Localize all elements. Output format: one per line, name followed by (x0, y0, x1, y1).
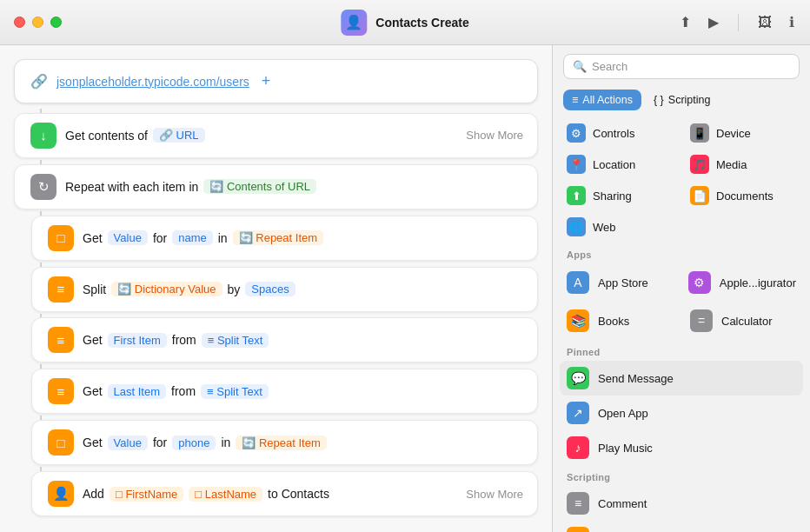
app-app-store[interactable]: A App Store (560, 265, 678, 300)
add-contact-show-more[interactable]: Show More (466, 488, 523, 501)
cat-media[interactable]: 🎵 Media (683, 150, 803, 178)
app-calculator[interactable]: = Calculator (683, 303, 803, 338)
get-last-icon: ≡ (48, 378, 74, 404)
scripting-comment[interactable]: ≡ Comment (560, 486, 803, 521)
send-message-icon: 💬 (567, 367, 589, 389)
sharing-label: Sharing (593, 190, 632, 203)
main-content: 🔗 jsonplaceholder.typicode.com/users + ↓… (0, 45, 810, 532)
split-icon: ≡ (48, 276, 74, 303)
cat-row-1: ⚙ Controls 📱 Device (560, 117, 803, 149)
get-contents-icon: ↓ (30, 123, 56, 149)
section-label-pinned: Pinned (560, 340, 803, 361)
cat-device[interactable]: 📱 Device (683, 119, 803, 147)
app-books[interactable]: 📚 Books (560, 303, 680, 338)
open-app-icon: ↗ (567, 402, 589, 424)
get-contents-text: Get contents of 🔗 URL (65, 128, 205, 143)
get-contents-show-more[interactable]: Show More (466, 129, 523, 142)
add-contact-text: Add □ FirstName □ LastName to Contacts (83, 487, 329, 502)
apple-configurator-label: Apple...igurator (720, 276, 796, 289)
search-input[interactable] (592, 60, 790, 73)
cat-row-2: 📍 Location 🎵 Media (560, 149, 803, 180)
apps-row-2: 📚 Books = Calculator (560, 302, 803, 340)
add-shortcut-button[interactable]: 🖼 (756, 13, 773, 32)
get-value-name-icon: □ (48, 225, 74, 251)
get-first-text: Get First Item from ≡ Split Text (83, 333, 269, 348)
connector-3 (40, 211, 42, 216)
device-icon: 📱 (690, 123, 709, 143)
traffic-lights (14, 17, 62, 28)
get-value-name-text: Get Value for name in 🔄 Repeat Item (83, 230, 323, 245)
action-add-contact[interactable]: 👤 Add □ FirstName □ LastName to Contacts… (31, 471, 538, 516)
show-result-icon: □ (567, 527, 589, 532)
controls-icon: ⚙ (567, 123, 586, 143)
cat-location[interactable]: 📍 Location (560, 150, 680, 178)
web-icon: 🌐 (567, 217, 586, 236)
action-get-last[interactable]: ≡ Get Last Item from ≡ Split Text (31, 369, 538, 414)
app-store-label: App Store (598, 276, 648, 289)
get-first-icon: ≡ (48, 327, 74, 353)
actions-panel: 🔍 ≡ All Actions { } Scripting ⚙ Controls (552, 45, 810, 532)
cat-documents[interactable]: 📄 Documents (683, 182, 803, 209)
play-button[interactable]: ▶ (707, 12, 720, 32)
scripting-icon: { } (654, 94, 664, 106)
title-area: 👤 Contacts Create (341, 10, 468, 36)
action-get-first[interactable]: ≡ Get First Item from ≡ Split Text (31, 317, 538, 362)
app-store-icon: A (567, 271, 589, 294)
location-label: Location (593, 158, 635, 171)
add-contact-icon: 👤 (48, 481, 74, 507)
maximize-button[interactable] (50, 17, 62, 28)
comment-label: Comment (598, 497, 647, 510)
scripting-show-result[interactable]: □ Show Result (560, 521, 803, 532)
url-bar[interactable]: 🔗 jsonplaceholder.typicode.com/users + (14, 59, 538, 103)
apple-configurator-icon: ⚙ (688, 271, 711, 294)
section-label-scripting: Scripting (560, 465, 803, 486)
cat-row-4: 🌐 Web (560, 211, 803, 243)
action-get-value-phone[interactable]: □ Get Value for phone in 🔄 Repeat Item (31, 420, 538, 465)
cat-web[interactable]: 🌐 Web (560, 213, 680, 241)
comment-icon: ≡ (567, 492, 589, 515)
send-message-label: Send Message (598, 372, 674, 385)
get-value-phone-icon: □ (48, 429, 74, 456)
device-label: Device (716, 127, 751, 140)
location-icon: 📍 (567, 155, 586, 174)
actions-list: ⚙ Controls 📱 Device 📍 Location 🎵 Media (553, 117, 810, 532)
search-icon: 🔍 (573, 60, 587, 73)
app-apple-configurator[interactable]: ⚙ Apple...igurator (681, 265, 803, 300)
all-actions-icon: ≡ (572, 94, 578, 106)
url-text[interactable]: jsonplaceholder.typicode.com/users (56, 75, 249, 89)
close-button[interactable] (14, 17, 25, 28)
pinned-play-music[interactable]: ♪ Play Music (560, 430, 803, 465)
books-icon: 📚 (567, 309, 589, 332)
title-bar: 👤 Contacts Create ⬆ ▶ 🖼 ℹ (0, 0, 810, 45)
pinned-open-app[interactable]: ↗ Open App (560, 396, 803, 430)
cat-controls[interactable]: ⚙ Controls (560, 119, 680, 147)
all-actions-label: All Actions (582, 94, 633, 106)
cat-sharing[interactable]: ⬆ Sharing (560, 182, 680, 209)
open-app-label: Open App (598, 407, 648, 420)
pinned-send-message[interactable]: 💬 Send Message (560, 361, 803, 396)
documents-label: Documents (716, 190, 773, 203)
window-title: Contacts Create (375, 16, 468, 30)
categories-bar: ≡ All Actions { } Scripting (553, 86, 810, 117)
play-music-label: Play Music (598, 442, 653, 455)
cat-row-3: ⬆ Sharing 📄 Documents (560, 180, 803, 211)
calculator-label: Calculator (721, 315, 773, 328)
repeat-text: Repeat with each item in 🔄 Contents of U… (65, 179, 316, 194)
repeat-icon: ↻ (30, 174, 56, 200)
play-music-icon: ♪ (567, 436, 589, 459)
tab-scripting[interactable]: { } Scripting (645, 90, 719, 110)
action-split[interactable]: ≡ Split 🔄 Dictionary Value by Spaces (31, 267, 538, 312)
action-get-contents[interactable]: ↓ Get contents of 🔗 URL Show More (14, 113, 538, 158)
section-label-apps: Apps (560, 243, 803, 263)
controls-label: Controls (593, 127, 634, 140)
action-repeat[interactable]: ↻ Repeat with each item in 🔄 Contents of… (14, 164, 538, 209)
tab-all-actions[interactable]: ≡ All Actions (563, 90, 641, 110)
share-button[interactable]: ⬆ (678, 12, 693, 32)
connector-4 (40, 263, 42, 267)
books-label: Books (598, 315, 629, 328)
minimize-button[interactable] (32, 17, 43, 28)
info-button[interactable]: ℹ (787, 12, 796, 32)
apps-row-1: A App Store ⚙ Apple...igurator (560, 263, 803, 302)
add-url-button[interactable]: + (262, 72, 271, 90)
action-get-value-name[interactable]: □ Get Value for name in 🔄 Repeat Item (31, 216, 538, 261)
